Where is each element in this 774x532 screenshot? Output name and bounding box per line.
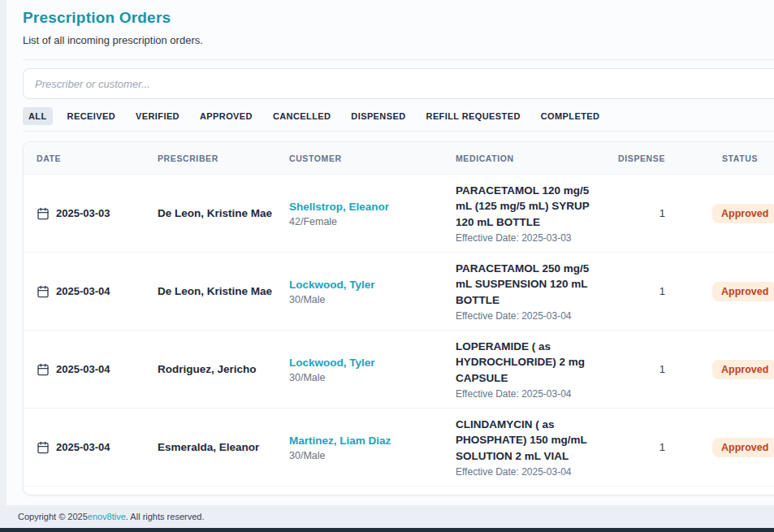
tab-approved[interactable]: APPROVED [194, 107, 258, 125]
calendar-icon [37, 285, 50, 298]
effective-date: Effective Date: 2025-03-04 [456, 466, 615, 478]
status-cell: Approved [667, 204, 774, 223]
page-subtitle: List of all incoming prescription orders… [23, 34, 774, 46]
date-cell: 2025-03-04 [37, 363, 158, 376]
customer-cell: Shellstrop, Eleanor 42/Female [289, 199, 456, 227]
enov8tive-link[interactable]: enov8tive [88, 512, 126, 521]
tabs-divider [23, 131, 774, 132]
tab-refill-requested[interactable]: REFILL REQUESTED [421, 107, 526, 125]
rights-text: . All rights reserved. [126, 512, 205, 521]
bottom-bar [0, 528, 774, 532]
column-header-status: STATUS [667, 154, 774, 163]
medication-cell: CLINDAMYCIN ( as PHOSPHATE) 150 mg/mL SO… [456, 417, 615, 477]
date-cell: 2025-03-03 [37, 207, 158, 220]
search-input[interactable] [23, 68, 774, 99]
order-date: 2025-03-04 [56, 285, 110, 297]
status-badge: Approved [712, 360, 774, 379]
prescription-orders-page: Prescription Orders List of all incoming… [0, 0, 774, 495]
column-header-dispense: DISPENSE [615, 154, 667, 163]
dispense-count: 1 [615, 285, 667, 297]
medication-name: CLINDAMYCIN ( as PHOSPHATE) 150 mg/mL SO… [456, 417, 615, 463]
date-cell: 2025-03-04 [37, 441, 158, 454]
tab-verified[interactable]: VERIFIED [130, 107, 185, 125]
medication-name: LOPERAMIDE ( as HYDROCHLORIDE) 2 mg CAPS… [456, 339, 615, 385]
customer-cell: Lockwood, Tyler 30/Male [289, 355, 456, 383]
status-badge: Approved [712, 438, 774, 457]
dispense-count: 1 [615, 441, 667, 453]
table-row: 2025-03-04 Esmeralda, Eleanor Martinez, … [24, 409, 774, 487]
header-divider [23, 59, 774, 60]
tab-cancelled[interactable]: CANCELLED [267, 107, 336, 125]
tab-completed[interactable]: COMPLETED [535, 107, 606, 125]
customer-link[interactable]: Lockwood, Tyler [289, 357, 375, 369]
prescriber-name: Rodriguez, Jericho [158, 363, 289, 375]
dispense-count: 1 [615, 363, 667, 375]
customer-link[interactable]: Shellstrop, Eleanor [289, 201, 389, 213]
effective-date: Effective Date: 2025-03-04 [456, 388, 615, 400]
tab-received[interactable]: RECEIVED [62, 107, 121, 125]
status-badge: Approved [712, 282, 774, 301]
page-title: Prescription Orders [23, 9, 774, 27]
status-cell: Approved [667, 360, 774, 379]
customer-age-sex: 42/Female [289, 216, 456, 227]
column-header-medication: MEDICATION [456, 154, 615, 163]
customer-link[interactable]: Martinez, Liam Diaz [289, 435, 391, 447]
order-date: 2025-03-04 [56, 363, 110, 375]
medication-cell: LOPERAMIDE ( as HYDROCHLORIDE) 2 mg CAPS… [456, 339, 615, 399]
customer-cell: Lockwood, Tyler 30/Male [289, 277, 456, 305]
customer-age-sex: 30/Male [289, 294, 456, 305]
customer-age-sex: 30/Male [289, 450, 456, 461]
order-date: 2025-03-03 [56, 207, 110, 219]
medication-cell: PARACETAMOL 250 mg/5 mL SUSPENSION 120 m… [456, 261, 615, 321]
column-header-date: DATE [37, 154, 158, 163]
status-filter-tabs: ALL RECEIVED VERIFIED APPROVED CANCELLED… [23, 106, 774, 126]
status-cell: Approved [667, 282, 774, 301]
date-cell: 2025-03-04 [37, 285, 158, 298]
order-date: 2025-03-04 [56, 441, 110, 453]
status-cell: Approved [667, 438, 774, 457]
prescriber-name: Esmeralda, Eleanor [158, 441, 289, 453]
calendar-icon [37, 441, 50, 454]
orders-table: DATE PRESCRIBER CUSTOMER MEDICATION DISP… [23, 141, 774, 495]
effective-date: Effective Date: 2025-03-04 [456, 310, 615, 322]
footer: Copyright © 2025 enov8tive. All rights r… [0, 505, 774, 528]
tab-dispensed[interactable]: DISPENSED [345, 107, 411, 125]
medication-name: PARACETAMOL 250 mg/5 mL SUSPENSION 120 m… [456, 261, 615, 307]
dispense-count: 1 [615, 207, 667, 219]
effective-date: Effective Date: 2025-03-03 [456, 232, 615, 244]
customer-link[interactable]: Lockwood, Tyler [289, 279, 375, 291]
table-header-row: DATE PRESCRIBER CUSTOMER MEDICATION DISP… [24, 142, 774, 175]
table-row: 2025-03-04 De Leon, Kristine Mae Lockwoo… [24, 253, 774, 331]
medication-name: PARACETAMOL 120 mg/5 mL (125 mg/5 mL) SY… [456, 183, 615, 229]
medication-cell: PARACETAMOL 120 mg/5 mL (125 mg/5 mL) SY… [456, 183, 615, 243]
copyright-text: Copyright © 2025 [18, 512, 88, 521]
calendar-icon [37, 363, 50, 376]
customer-cell: Martinez, Liam Diaz 30/Male [289, 433, 456, 461]
status-badge: Approved [712, 204, 774, 223]
prescriber-name: De Leon, Kristine Mae [158, 207, 289, 219]
customer-age-sex: 30/Male [289, 372, 456, 383]
tab-all[interactable]: ALL [23, 107, 53, 125]
table-row: 2025-03-04 Rodriguez, Jericho Lockwood, … [24, 331, 774, 409]
column-header-customer: CUSTOMER [289, 154, 456, 163]
table-row: 2025-03-03 De Leon, Kristine Mae Shellst… [24, 175, 774, 253]
column-header-prescriber: PRESCRIBER [158, 154, 289, 163]
prescriber-name: De Leon, Kristine Mae [158, 285, 289, 297]
calendar-icon [37, 207, 50, 220]
